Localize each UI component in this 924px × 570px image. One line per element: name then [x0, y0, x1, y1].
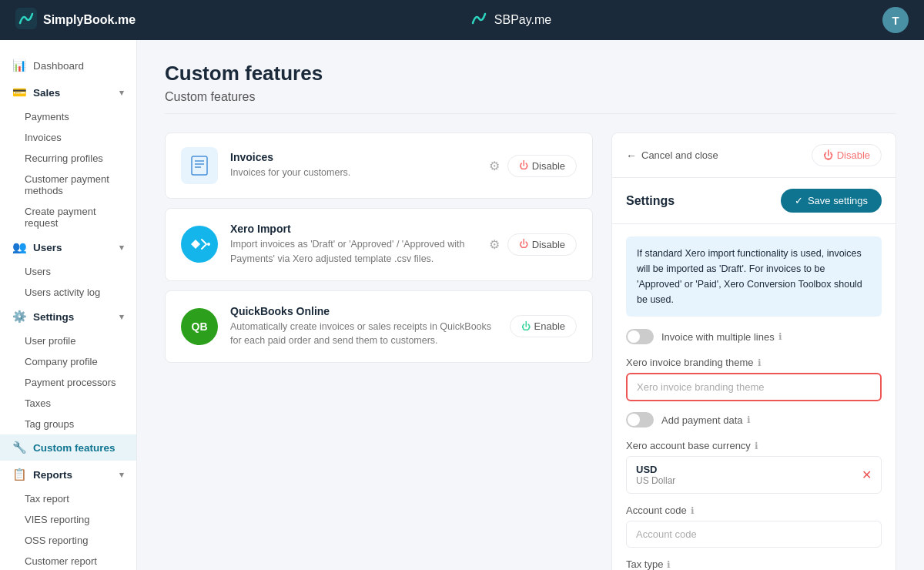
panel-disable-label: Disable: [837, 149, 870, 161]
sidebar-item-recurring[interactable]: Recurring profiles: [0, 148, 136, 169]
dashboard-icon: 📊: [12, 59, 27, 72]
payment-data-toggle[interactable]: [626, 412, 654, 428]
sidebar-item-tax-report[interactable]: Tax report: [0, 488, 136, 509]
invoice-lines-label: Invoice with multiple lines ℹ: [661, 331, 782, 343]
navbar: SimplyBook.me SBPay.me T: [0, 0, 924, 40]
save-label: Save settings: [808, 195, 868, 206]
tax-type-field-group: Tax type ℹ Select or type to create new: [626, 558, 882, 570]
currency-info-icon[interactable]: ℹ: [755, 441, 758, 451]
sidebar-item-payments[interactable]: Payments: [0, 106, 136, 127]
xero-power-icon: ⏻: [519, 239, 528, 250]
sidebar-item-users[interactable]: Users: [0, 261, 136, 282]
sidebar-item-invoices[interactable]: Invoices: [0, 127, 136, 148]
tax-type-info-icon[interactable]: ℹ: [667, 559, 671, 570]
account-code-input[interactable]: [626, 521, 882, 548]
sales-chevron-icon: ▾: [119, 88, 124, 98]
reports-icon: 📋: [12, 468, 27, 481]
panel-header: ← Cancel and close ⏻ Disable: [612, 133, 896, 178]
xero-name: Xero Import: [230, 223, 477, 235]
invoices-disable-button[interactable]: ⏻ Disable: [507, 155, 577, 177]
xero-settings-icon[interactable]: ⚙: [489, 237, 500, 252]
feature-card-xero: Xero Import Import invoices as 'Draft' o…: [165, 208, 593, 281]
sidebar-item-customer-report[interactable]: Customer report: [0, 551, 136, 570]
invoices-actions: ⚙ ⏻ Disable: [489, 155, 577, 177]
sidebar-item-custom-features[interactable]: 🔧 Custom features: [0, 434, 136, 461]
save-settings-button[interactable]: ✓ Save settings: [781, 189, 882, 213]
xero-info: Xero Import Import invoices as 'Draft' o…: [230, 223, 477, 267]
sidebar-item-vies[interactable]: VIES reporting: [0, 509, 136, 530]
sidebar-item-users-activity[interactable]: Users activity log: [0, 282, 136, 303]
invoice-lines-toggle[interactable]: [626, 329, 654, 344]
custom-features-label: Custom features: [33, 442, 116, 454]
sidebar: 📊 Dashboard 💳 Sales ▾ Payments Invoices …: [0, 40, 137, 570]
qb-enable-button[interactable]: ⏻ Enable: [510, 315, 577, 337]
currency-clear-button[interactable]: ✕: [862, 468, 872, 482]
sidebar-item-tag-groups[interactable]: Tag groups: [0, 414, 136, 434]
users-chevron-icon: ▾: [119, 243, 124, 253]
currency-name: US Dollar: [636, 475, 675, 486]
reports-chevron-icon: ▾: [119, 470, 124, 480]
toggle-payment-data-row: Add payment data ℹ: [626, 412, 882, 428]
sidebar-section-reports[interactable]: 📋 Reports ▾: [0, 461, 136, 488]
sidebar-section-settings[interactable]: ⚙️ Settings ▾: [0, 303, 136, 330]
account-code-info-icon[interactable]: ℹ: [691, 505, 695, 516]
panel-body: If standard Xero import functionality is…: [612, 224, 896, 570]
sbpay-icon: [467, 8, 488, 33]
main-content: Custom features Custom features: [137, 40, 924, 570]
sidebar-item-oss[interactable]: OSS reporting: [0, 530, 136, 551]
xero-disable-button[interactable]: ⏻ Disable: [507, 233, 577, 256]
feature-card-qb: QB QuickBooks Online Automatically creat…: [165, 290, 593, 364]
avatar[interactable]: T: [882, 7, 909, 33]
users-icon: 👥: [12, 240, 27, 254]
qb-actions: ⏻ Enable: [510, 315, 577, 337]
cancel-close-button[interactable]: ← Cancel and close: [626, 149, 718, 162]
checkmark-icon: ✓: [795, 195, 803, 206]
cancel-close-label: Cancel and close: [641, 149, 718, 161]
brand-logo-icon: [15, 8, 37, 33]
invoice-lines-info-icon[interactable]: ℹ: [778, 331, 782, 342]
sidebar-section-users[interactable]: 👥 Users ▾: [0, 233, 136, 261]
sidebar-item-customer-payment[interactable]: Customer payment methods: [0, 169, 136, 201]
brand: SimplyBook.me: [15, 8, 136, 33]
svg-point-5: [207, 243, 210, 246]
svg-rect-1: [192, 156, 207, 175]
sidebar-item-payment-processors[interactable]: Payment processors: [0, 372, 136, 393]
features-list: Invoices Invoices for your customers. ⚙ …: [165, 132, 593, 372]
xero-desc: Import invoices as 'Draft' or 'Approved'…: [230, 237, 477, 267]
sbpay-label: SBPay.me: [494, 13, 551, 27]
xero-branding-field-group: Xero invoice branding theme ℹ: [626, 357, 882, 401]
sales-icon: 💳: [12, 86, 27, 99]
custom-features-icon: 🔧: [12, 441, 27, 454]
invoices-settings-icon[interactable]: ⚙: [489, 159, 500, 173]
invoices-info: Invoices Invoices for your customers.: [230, 151, 477, 180]
currency-code: USD: [636, 464, 675, 475]
content-area: Invoices Invoices for your customers. ⚙ …: [165, 132, 896, 570]
currency-label: Xero account base currency ℹ: [626, 440, 882, 451]
tax-type-label: Tax type ℹ: [626, 558, 882, 570]
currency-box: USD US Dollar ✕: [626, 456, 882, 494]
account-code-field-group: Account code ℹ: [626, 505, 882, 548]
settings-title: Settings: [626, 194, 675, 208]
reports-label: Reports: [33, 469, 72, 481]
right-panel: ← Cancel and close ⏻ Disable Settings ✓ …: [611, 132, 896, 570]
sidebar-item-create-payment[interactable]: Create payment request: [0, 201, 136, 233]
sidebar-item-taxes[interactable]: Taxes: [0, 393, 136, 414]
invoices-name: Invoices: [230, 151, 477, 163]
layout: 📊 Dashboard 💳 Sales ▾ Payments Invoices …: [0, 40, 924, 570]
currency-info: USD US Dollar: [636, 464, 675, 486]
sales-label: Sales: [33, 87, 60, 99]
sidebar-item-user-profile[interactable]: User profile: [0, 330, 136, 351]
sidebar-section-sales[interactable]: 💳 Sales ▾: [0, 79, 136, 106]
qb-icon: QB: [181, 308, 218, 345]
xero-branding-input[interactable]: [626, 373, 882, 401]
panel-disable-button[interactable]: ⏻ Disable: [812, 144, 882, 166]
center-logo: SBPay.me: [467, 8, 551, 33]
panel-settings-header: Settings ✓ Save settings: [612, 178, 896, 224]
invoices-icon: [181, 147, 218, 184]
xero-branding-info-icon[interactable]: ℹ: [758, 357, 762, 368]
sidebar-item-dashboard[interactable]: 📊 Dashboard: [0, 52, 136, 79]
info-box: If standard Xero import functionality is…: [626, 236, 882, 317]
qb-power-icon: ⏻: [521, 321, 531, 332]
payment-data-info-icon[interactable]: ℹ: [747, 414, 751, 425]
sidebar-item-company-profile[interactable]: Company profile: [0, 351, 136, 372]
